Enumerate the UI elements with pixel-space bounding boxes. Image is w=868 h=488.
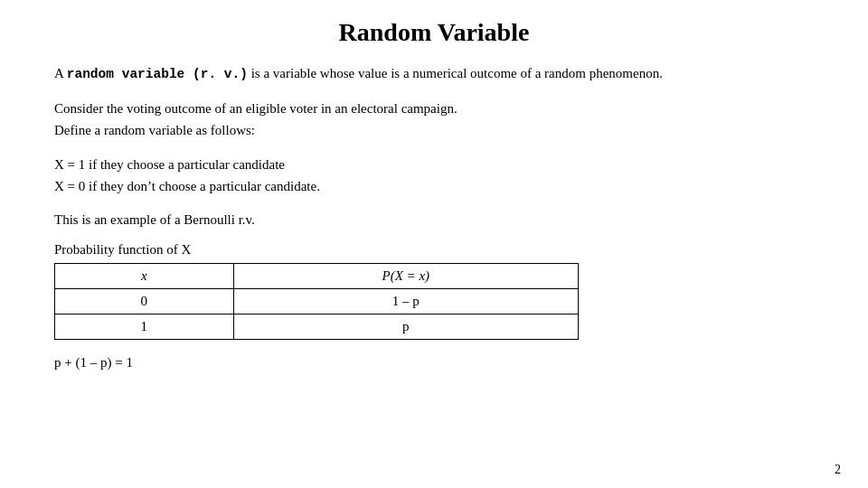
cell-x-1: 1 — [55, 314, 234, 340]
case-x0: X = 0 if they don’t choose a particular … — [54, 175, 814, 197]
case-x1: X = 1 if they choose a particular candid… — [54, 154, 814, 175]
col-header-px: P(X = x) — [233, 264, 578, 289]
page-title: Random Variable — [54, 18, 814, 47]
cases-block: X = 1 if they choose a particular candid… — [54, 154, 814, 197]
context-line2: Define a random variable as follows: — [54, 119, 814, 141]
definition-prefix: A — [54, 66, 67, 80]
page-number: 2 — [835, 463, 841, 477]
formula-statement: p + (1 – p) = 1 — [54, 352, 814, 373]
col-header-x: x — [55, 264, 234, 289]
context-line1: Consider the voting outcome of an eligib… — [54, 98, 814, 119]
table-header-row: x P(X = x) — [55, 264, 579, 289]
definition-suffix: is a variable whose value is a numerical… — [248, 66, 663, 80]
page: Random Variable A random variable (r. v.… — [0, 0, 868, 488]
bold-term: random variable (r. v.) — [67, 67, 248, 81]
table-row: 0 1 – p — [55, 289, 579, 314]
cell-px-1: p — [233, 314, 578, 340]
cell-px-0: 1 – p — [233, 289, 578, 314]
definition-paragraph: A random variable (r. v.) is a variable … — [54, 63, 814, 85]
probability-table: x P(X = x) 0 1 – p 1 p — [54, 263, 579, 340]
context-block: Consider the voting outcome of an eligib… — [54, 98, 814, 141]
prob-function-label: Probability function of X — [54, 242, 814, 258]
cell-x-0: 0 — [55, 289, 234, 314]
table-row: 1 p — [55, 314, 579, 340]
bernoulli-statement: This is an example of a Bernoulli r.v. — [54, 210, 814, 230]
